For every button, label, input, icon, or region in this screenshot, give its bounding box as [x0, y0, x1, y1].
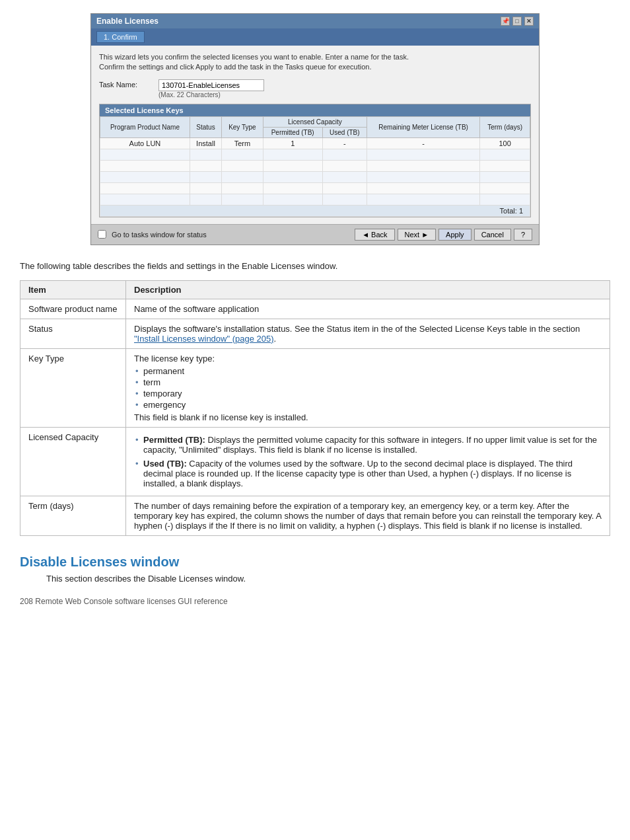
col-licensed-capacity: Licensed Capacity — [263, 116, 367, 127]
table-row-key-type: Key Type The license key type: permanent… — [20, 348, 610, 427]
task-name-label: Task Name: — [99, 79, 158, 89]
item-software-product: Software product name — [20, 299, 126, 319]
col-header-desc: Description — [126, 280, 610, 299]
disable-licenses-body: This section describes the Disable Licen… — [46, 574, 610, 584]
col-permitted-tb: Permitted (TB) — [263, 127, 322, 137]
enable-licenses-window: Enable Licenses 📌 □ ✕ 1. Confirm This wi… — [90, 13, 540, 245]
task-name-hint: (Max. 22 Characters) — [158, 91, 264, 98]
permitted-label: Permitted (TB): — [143, 435, 205, 445]
table-row: Auto LUN Install Term 1 - - 100 — [100, 137, 530, 149]
pin-icon[interactable]: 📌 — [501, 17, 510, 26]
table-row-empty-2 — [100, 160, 530, 171]
help-button[interactable]: ? — [514, 229, 532, 241]
license-table: Program Product Name Status Key Type Lic… — [100, 116, 530, 217]
item-term-days: Term (days) — [20, 496, 126, 535]
page-footer: 208 Remote Web Console software licenses… — [20, 597, 610, 606]
window-title: Enable Licenses — [96, 17, 158, 26]
next-button[interactable]: Next ► — [398, 229, 437, 241]
close-icon[interactable]: ✕ — [524, 17, 534, 26]
item-key-type: Key Type — [20, 348, 126, 427]
licensed-capacity-list: Permitted (TB): Displays the permitted v… — [134, 435, 602, 488]
cell-term: 100 — [480, 137, 530, 149]
disable-licenses-desc: This section describes the Disable Licen… — [46, 574, 610, 584]
table-row-licensed-capacity: Licensed Capacity Permitted (TB): Displa… — [20, 427, 610, 496]
wizard-desc-line2: Confirm the settings and click Apply to … — [99, 62, 531, 72]
col-used-tb: Used (TB) — [322, 127, 367, 137]
back-button[interactable]: ◄ Back — [355, 229, 394, 241]
step-confirm-button[interactable]: 1. Confirm — [96, 31, 145, 43]
license-keys-header: Selected License Keys — [100, 104, 530, 116]
list-item-term: term — [134, 377, 602, 387]
disable-licenses-heading: Disable Licenses window — [20, 554, 610, 570]
cell-remaining: - — [367, 137, 480, 149]
table-row-term-days: Term (days) The number of days remaining… — [20, 496, 610, 535]
desc-key-type: The license key type: permanent term tem… — [126, 348, 610, 427]
desc-status: Displays the software's installation sta… — [126, 319, 610, 348]
item-licensed-capacity: Licensed Capacity — [20, 427, 126, 496]
list-item-permanent: permanent — [134, 366, 602, 376]
cell-used: - — [322, 137, 367, 149]
table-row-empty-4 — [100, 182, 530, 194]
list-item-permitted: Permitted (TB): Displays the permitted v… — [134, 435, 602, 455]
list-item-emergency: emergency — [134, 400, 602, 410]
table-row-empty-1 — [100, 149, 530, 160]
task-name-input[interactable] — [158, 79, 264, 91]
list-item-used: Used (TB): Capacity of the volumes used … — [134, 459, 602, 488]
description-table: Item Description Software product name N… — [20, 280, 610, 536]
window-footer: Go to tasks window for status ◄ Back Nex… — [91, 224, 539, 245]
apply-button[interactable]: Apply — [438, 229, 472, 241]
total-row: Total: 1 — [100, 205, 530, 216]
restore-icon[interactable]: □ — [512, 17, 522, 26]
used-label: Used (TB): — [143, 459, 187, 469]
cell-status: Install — [190, 137, 221, 149]
col-key-type: Key Type — [222, 116, 263, 137]
task-name-field: (Max. 22 Characters) — [158, 79, 264, 98]
key-type-intro: The license key type: — [134, 354, 602, 363]
col-term-days: Term (days) — [480, 116, 530, 137]
wizard-desc-line1: This wizard lets you confirm the selecte… — [99, 52, 531, 62]
window-content: This wizard lets you confirm the selecte… — [91, 46, 539, 224]
goto-tasks-label: Go to tasks window for status — [112, 231, 207, 239]
col-program-product-name: Program Product Name — [100, 116, 190, 137]
titlebar-icons: 📌 □ ✕ — [501, 17, 534, 26]
window-titlebar: Enable Licenses 📌 □ ✕ — [91, 14, 539, 28]
task-name-row: Task Name: (Max. 22 Characters) — [99, 79, 531, 98]
goto-tasks-checkbox[interactable] — [98, 230, 106, 239]
col-header-item: Item — [20, 280, 126, 299]
cancel-button[interactable]: Cancel — [474, 229, 511, 241]
key-type-note: This field is blank if no license key is… — [134, 412, 602, 422]
col-status: Status — [190, 116, 221, 137]
key-type-list: permanent term temporary emergency — [134, 366, 602, 410]
section-description: The following table describes the fields… — [20, 261, 610, 271]
total-label: Total: 1 — [100, 205, 530, 216]
status-link[interactable]: "Install Licenses window" (page 205) — [134, 334, 274, 344]
step-bar: 1. Confirm — [91, 28, 539, 46]
desc-licensed-capacity: Permitted (TB): Displays the permitted v… — [126, 427, 610, 496]
table-row-empty-3 — [100, 171, 530, 182]
cell-key-type: Term — [222, 137, 263, 149]
table-row-empty-5 — [100, 194, 530, 205]
desc-term-days: The number of days remaining before the … — [126, 496, 610, 535]
col-remaining-meter: Remaining Meter License (TB) — [367, 116, 480, 137]
table-row-status: Status Displays the software's installat… — [20, 319, 610, 348]
list-item-temporary: temporary — [134, 389, 602, 399]
desc-software-product: Name of the software application — [126, 299, 610, 319]
wizard-description: This wizard lets you confirm the selecte… — [99, 52, 531, 73]
table-row-software-product: Software product name Name of the softwa… — [20, 299, 610, 319]
cell-name: Auto LUN — [100, 137, 190, 149]
license-keys-section: Selected License Keys Program Product Na… — [99, 104, 531, 217]
cell-permitted: 1 — [263, 137, 322, 149]
item-status: Status — [20, 319, 126, 348]
